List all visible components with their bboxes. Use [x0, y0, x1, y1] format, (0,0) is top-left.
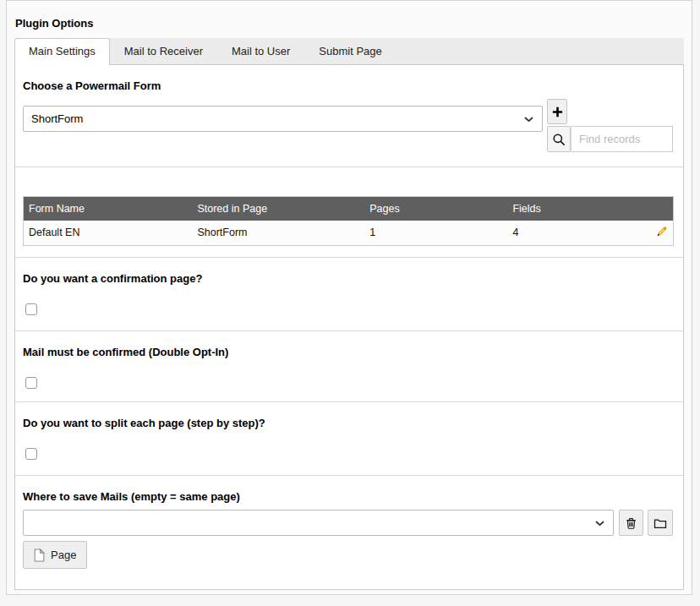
section-forms-table: Form Name Stored in Page Pages Fields De…: [15, 167, 683, 258]
plugin-options-container: Plugin Options Main Settings Mail to Rec…: [6, 0, 692, 595]
confirmation-page-label: Do you want a confirmation page?: [23, 272, 673, 285]
double-opt-in-checkbox[interactable]: [25, 377, 37, 389]
section-split-pages: Do you want to split each page (step by …: [15, 402, 683, 476]
cell-pages: 1: [364, 221, 507, 246]
magnifier-icon: [552, 133, 566, 146]
section-double-opt-in: Mail must be confirmed (Double Opt-In): [15, 331, 683, 402]
powermail-form-select[interactable]: ShortForm: [23, 106, 543, 132]
cell-form-name: Default EN: [24, 221, 193, 246]
record-search: [547, 126, 673, 152]
tab-mail-to-receiver[interactable]: Mail to Receiver: [110, 38, 217, 64]
page-title: Plugin Options: [14, 17, 684, 30]
header-form-name: Form Name: [24, 197, 193, 221]
trash-icon: [625, 516, 637, 530]
pencil-icon: [655, 225, 668, 238]
search-button[interactable]: [547, 126, 571, 152]
add-form-button[interactable]: [547, 99, 567, 124]
tab-main-settings[interactable]: Main Settings: [14, 38, 110, 65]
table-row: Default EN ShortForm 1 4: [24, 221, 674, 246]
cell-stored-in-page: ShortForm: [192, 221, 364, 246]
chevron-down-icon: [595, 521, 604, 527]
split-pages-checkbox[interactable]: [25, 448, 37, 460]
powermail-form-select-value: ShortForm: [31, 112, 83, 125]
chevron-down-icon: [524, 117, 533, 123]
page-button-label: Page: [51, 549, 76, 561]
browse-records-button[interactable]: [648, 510, 673, 536]
header-pages: Pages: [364, 197, 507, 221]
page-button[interactable]: Page: [23, 541, 87, 569]
edit-record-button[interactable]: [655, 225, 668, 238]
confirmation-page-checkbox[interactable]: [25, 303, 37, 315]
screen: Plugin Options Main Settings Mail to Rec…: [0, 0, 700, 606]
save-mails-select[interactable]: [23, 510, 614, 536]
find-records-input[interactable]: [571, 126, 673, 152]
forms-table: Form Name Stored in Page Pages Fields De…: [23, 196, 674, 246]
double-opt-in-label: Mail must be confirmed (Double Opt-In): [23, 346, 673, 358]
document-icon: [34, 549, 45, 562]
section-save-mails: Where to save Mails (empty = same page): [15, 476, 683, 589]
header-fields: Fields: [507, 197, 624, 221]
folder-icon: [654, 517, 667, 529]
split-pages-label: Do you want to split each page (step by …: [23, 417, 673, 429]
tab-mail-to-user[interactable]: Mail to User: [217, 38, 304, 64]
header-actions: [625, 197, 674, 221]
table-header-row: Form Name Stored in Page Pages Fields: [24, 197, 674, 221]
section-confirmation-page: Do you want a confirmation page?: [15, 258, 683, 331]
tab-submit-page[interactable]: Submit Page: [304, 38, 396, 64]
cell-actions: [625, 221, 674, 246]
clear-selection-button[interactable]: [619, 510, 643, 536]
section-choose-form: Choose a Powermail Form ShortForm: [15, 65, 683, 167]
choose-form-label: Choose a Powermail Form: [23, 79, 673, 92]
header-stored-in-page: Stored in Page: [192, 197, 364, 221]
cell-fields: 4: [507, 221, 624, 246]
plus-icon: [552, 106, 563, 117]
save-mails-label: Where to save Mails (empty = same page): [23, 490, 673, 503]
tab-content-panel: Choose a Powermail Form ShortForm: [14, 64, 684, 590]
tab-bar: Main Settings Mail to Receiver Mail to U…: [14, 38, 684, 64]
